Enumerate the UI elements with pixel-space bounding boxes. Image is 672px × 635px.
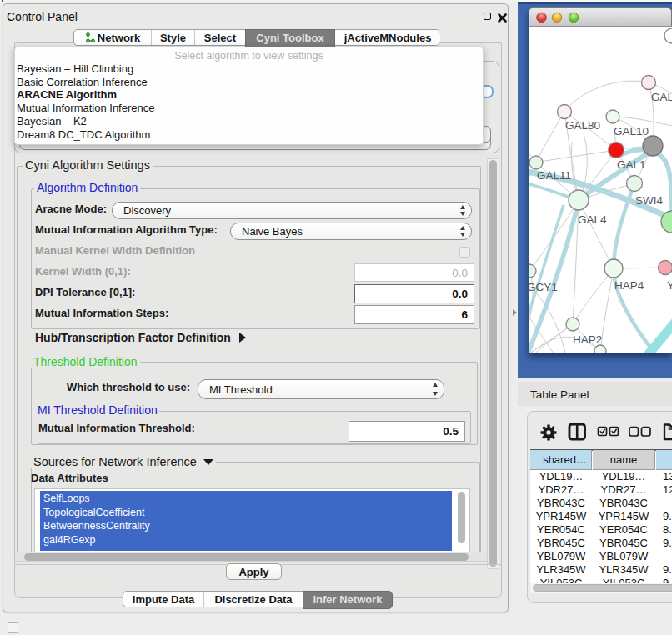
svg-text:GAL7: GAL7 [651, 91, 672, 103]
svg-text:Y: Y [667, 279, 672, 292]
svg-text:GCY1: GCY1 [529, 281, 558, 293]
svg-text:HAP4: HAP4 [614, 279, 644, 292]
svg-text:GAL10: GAL10 [614, 125, 649, 138]
svg-text:GAL4: GAL4 [578, 213, 607, 226]
svg-text:GAL1: GAL1 [617, 158, 646, 171]
svg-text:GAL80: GAL80 [565, 119, 600, 132]
svg-text:HAP2: HAP2 [573, 333, 602, 346]
svg-text:GAL11: GAL11 [537, 169, 571, 182]
svg-text:SWI4: SWI4 [635, 194, 663, 207]
